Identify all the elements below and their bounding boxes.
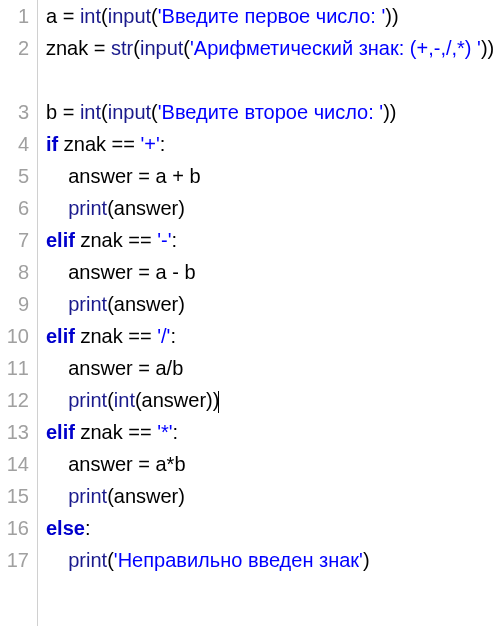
token-plain: : xyxy=(85,517,91,539)
token-builtin: print xyxy=(68,293,107,315)
code-line[interactable]: b = int(input('Введите второе число: ')) xyxy=(46,96,500,128)
token-plain: )) xyxy=(481,37,494,59)
token-kw: if xyxy=(46,133,58,155)
line-number: 10 xyxy=(0,320,29,352)
code-line[interactable]: print(answer) xyxy=(46,480,500,512)
token-plain: )) xyxy=(383,101,396,123)
token-plain: znak == xyxy=(75,421,157,443)
token-builtin: print xyxy=(68,485,107,507)
token-plain: ( xyxy=(151,101,158,123)
code-line[interactable]: elif znak == '-': xyxy=(46,224,500,256)
line-number: 2 xyxy=(0,32,29,96)
token-plain: answer = a - b xyxy=(46,261,196,283)
token-str: 'Введите первое число: ' xyxy=(158,5,386,27)
token-kw: elif xyxy=(46,229,75,251)
line-number-gutter: 1234567891011121314151617 xyxy=(0,0,38,626)
token-builtin: int xyxy=(80,5,101,27)
token-plain: znak == xyxy=(75,325,157,347)
token-plain xyxy=(46,197,68,219)
token-plain: answer = a/b xyxy=(46,357,183,379)
line-number: 11 xyxy=(0,352,29,384)
token-plain: znak = xyxy=(46,37,111,59)
token-plain: ( xyxy=(107,549,114,571)
token-plain: ( xyxy=(101,101,108,123)
token-plain: answer = a*b xyxy=(46,453,186,475)
line-number: 6 xyxy=(0,192,29,224)
token-plain xyxy=(46,485,68,507)
code-line[interactable]: answer = a*b xyxy=(46,448,500,480)
line-number: 7 xyxy=(0,224,29,256)
token-str: '+' xyxy=(141,133,160,155)
token-plain: (answer) xyxy=(107,293,185,315)
token-plain: ) xyxy=(363,549,370,571)
token-builtin: print xyxy=(68,197,107,219)
token-plain: a = xyxy=(46,5,80,27)
token-plain: : xyxy=(171,229,177,251)
line-number: 5 xyxy=(0,160,29,192)
token-str: 'Введите второе число: ' xyxy=(158,101,383,123)
code-line[interactable]: else: xyxy=(46,512,500,544)
line-number: 4 xyxy=(0,128,29,160)
token-kw: elif xyxy=(46,325,75,347)
token-plain: b = xyxy=(46,101,80,123)
token-plain: : xyxy=(160,133,166,155)
code-line[interactable]: answer = a + b xyxy=(46,160,500,192)
token-builtin: input xyxy=(108,101,151,123)
token-str: '*' xyxy=(157,421,172,443)
token-builtin: print xyxy=(68,549,107,571)
token-plain: ( xyxy=(101,5,108,27)
token-plain: ( xyxy=(133,37,140,59)
token-str: '-' xyxy=(157,229,171,251)
line-number: 8 xyxy=(0,256,29,288)
code-line[interactable]: answer = a - b xyxy=(46,256,500,288)
token-plain: : xyxy=(170,325,176,347)
token-plain: answer = a + b xyxy=(46,165,201,187)
line-number: 17 xyxy=(0,544,29,576)
code-editor: 1234567891011121314151617 a = int(input(… xyxy=(0,0,500,626)
line-number: 3 xyxy=(0,96,29,128)
token-builtin: print xyxy=(68,389,107,411)
line-number: 15 xyxy=(0,480,29,512)
token-plain: ( xyxy=(107,389,114,411)
token-plain: ( xyxy=(183,37,190,59)
token-plain: ( xyxy=(151,5,158,27)
line-number: 12 xyxy=(0,384,29,416)
code-line[interactable]: a = int(input('Введите первое число: ')) xyxy=(46,0,500,32)
code-line[interactable]: print(int(answer)) xyxy=(46,384,500,416)
token-builtin: int xyxy=(80,101,101,123)
token-kw: elif xyxy=(46,421,75,443)
token-kw: else xyxy=(46,517,85,539)
line-number: 13 xyxy=(0,416,29,448)
token-plain: (answer) xyxy=(107,197,185,219)
token-builtin: str xyxy=(111,37,133,59)
token-str: '/' xyxy=(157,325,170,347)
code-line[interactable]: if znak == '+': xyxy=(46,128,500,160)
line-number: 14 xyxy=(0,448,29,480)
line-number: 16 xyxy=(0,512,29,544)
token-plain xyxy=(46,549,68,571)
code-line[interactable]: print(answer) xyxy=(46,288,500,320)
token-plain: (answer) xyxy=(107,485,185,507)
text-cursor xyxy=(218,391,219,413)
code-line[interactable]: znak = str(input('Арифметический знак: (… xyxy=(46,32,500,96)
token-plain: znak == xyxy=(58,133,140,155)
token-str: 'Неправильно введен знак' xyxy=(114,549,363,571)
token-builtin: input xyxy=(108,5,151,27)
line-number: 1 xyxy=(0,0,29,32)
token-plain: znak == xyxy=(75,229,157,251)
token-plain: (answer)) xyxy=(135,389,219,411)
code-line[interactable]: print('Неправильно введен знак') xyxy=(46,544,500,576)
code-line[interactable]: answer = a/b xyxy=(46,352,500,384)
code-area[interactable]: a = int(input('Введите первое число: '))… xyxy=(38,0,500,626)
token-plain: : xyxy=(173,421,179,443)
token-plain xyxy=(46,389,68,411)
code-line[interactable]: elif znak == '*': xyxy=(46,416,500,448)
code-line[interactable]: elif znak == '/': xyxy=(46,320,500,352)
line-number: 9 xyxy=(0,288,29,320)
token-plain: )) xyxy=(385,5,398,27)
token-plain xyxy=(46,293,68,315)
token-builtin: int xyxy=(114,389,135,411)
token-str: 'Арифметический знак: (+,-,/,*) ' xyxy=(190,37,481,59)
code-line[interactable]: print(answer) xyxy=(46,192,500,224)
token-builtin: input xyxy=(140,37,183,59)
